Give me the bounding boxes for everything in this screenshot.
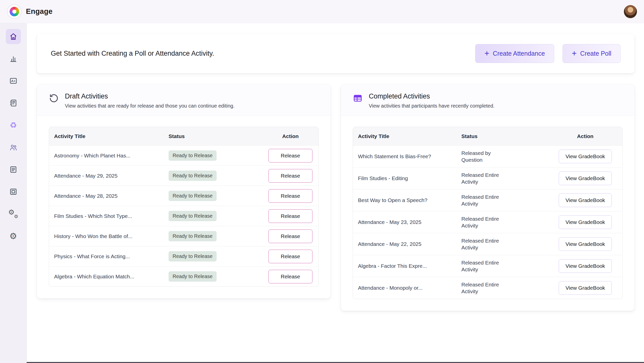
action-cell: Release xyxy=(262,187,318,205)
status-cell: Released Entire Activity xyxy=(461,172,548,185)
sidebar-item-integrations[interactable]: ⚙⚙ xyxy=(6,206,21,221)
app-name: Engage xyxy=(26,7,53,16)
table-row: Astronomy - Which Planet Has... Ready to… xyxy=(49,145,318,166)
settings-icon: ⚙ xyxy=(9,232,17,240)
create-poll-label: Create Poll xyxy=(580,50,611,57)
home-icon xyxy=(9,32,18,41)
get-started-title: Get Started with Creating a Poll or Atte… xyxy=(51,50,214,57)
participants-icon xyxy=(9,143,18,152)
activity-title: Film Studies - Editing xyxy=(353,175,461,181)
status-cell: Released by Question xyxy=(461,150,548,163)
status-text: Released Entire Activity xyxy=(461,237,513,251)
create-poll-button[interactable]: + Create Poll xyxy=(562,44,621,63)
sidebar-item-settings[interactable]: ⚙ xyxy=(6,228,21,244)
completed-panel-heading: Completed Activities View activities tha… xyxy=(369,92,495,109)
plus-icon: + xyxy=(572,49,577,57)
status-badge: Ready to Release xyxy=(169,150,217,161)
status-badge: Ready to Release xyxy=(169,271,217,282)
sidebar-item-grades[interactable]: A+ xyxy=(6,73,21,88)
sidebar-item-display[interactable] xyxy=(6,184,21,199)
action-cell: Release xyxy=(262,267,318,286)
brand[interactable]: Engage xyxy=(7,4,53,19)
user-avatar[interactable] xyxy=(624,5,637,18)
activity-title: Attendance - May 23, 2025 xyxy=(353,219,461,225)
status-cell: Ready to Release xyxy=(169,191,262,201)
activity-title: Algebra - Factor This Expre... xyxy=(353,263,461,269)
table-row: Attendance - Monopoly or... Released Ent… xyxy=(353,277,622,299)
activity-title: Astronomy - Which Planet Has... xyxy=(49,153,169,159)
view-gradebook-button[interactable]: View GradeBook xyxy=(559,259,612,273)
view-gradebook-button[interactable]: View GradeBook xyxy=(559,237,612,251)
view-gradebook-button[interactable]: View GradeBook xyxy=(559,172,612,185)
action-cell: View GradeBook xyxy=(548,235,622,253)
get-started-actions: + Create Attendance + Create Poll xyxy=(475,44,621,63)
status-cell: Released Entire Activity xyxy=(461,215,548,229)
release-button[interactable]: Release xyxy=(268,189,312,203)
release-button[interactable]: Release xyxy=(268,149,312,162)
table-header-row: Activity Title Status Action xyxy=(49,127,318,145)
status-text: Released Entire Activity xyxy=(461,172,513,185)
action-cell: Release xyxy=(262,207,318,225)
display-icon xyxy=(9,187,18,196)
view-gradebook-button[interactable]: View GradeBook xyxy=(559,150,612,163)
activity-title: Attendance - May 28, 2025 xyxy=(49,193,169,199)
table-row: Which Statement Is Bias-Free? Released b… xyxy=(353,145,622,167)
action-cell: View GradeBook xyxy=(548,279,622,297)
table-row: Algebra - Factor This Expre... Released … xyxy=(353,255,622,277)
status-cell: Ready to Release xyxy=(169,211,262,221)
table-row: History - Who Won the Battle of... Ready… xyxy=(49,226,318,246)
app-logo-icon xyxy=(7,4,22,19)
status-badge: Ready to Release xyxy=(169,251,217,261)
sidebar-item-home[interactable] xyxy=(6,29,21,44)
column-header-status: Status xyxy=(169,133,262,139)
sidebar-item-recycle[interactable]: ♻ xyxy=(6,118,21,133)
sidebar-item-notebook[interactable] xyxy=(6,95,21,111)
panel-subtitle: View activities that participants have r… xyxy=(369,103,495,109)
status-cell: Released Entire Activity xyxy=(461,259,548,273)
status-badge: Ready to Release xyxy=(169,211,217,221)
panel-subtitle: View activities that are ready for relea… xyxy=(65,103,234,109)
completed-activities-table: Activity Title Status Action Which State… xyxy=(353,127,623,299)
status-badge: Ready to Release xyxy=(169,231,217,241)
action-cell: View GradeBook xyxy=(548,169,622,188)
action-cell: Release xyxy=(262,167,318,185)
panel-title: Completed Activities xyxy=(369,92,495,101)
table-row: Attendance - May 29, 2025 Ready to Relea… xyxy=(49,166,318,186)
activity-title: Physics - What Force is Acting... xyxy=(49,253,169,259)
view-gradebook-button[interactable]: View GradeBook xyxy=(559,215,612,229)
column-header-action: Action xyxy=(548,133,622,139)
create-attendance-label: Create Attendance xyxy=(493,50,545,57)
view-gradebook-button[interactable]: View GradeBook xyxy=(559,281,612,295)
draft-panel-header: Draft Activities View activities that ar… xyxy=(37,84,331,116)
draft-panel-heading: Draft Activities View activities that ar… xyxy=(65,92,234,109)
svg-text:A+: A+ xyxy=(11,79,16,83)
status-cell: Ready to Release xyxy=(169,231,262,241)
action-cell: View GradeBook xyxy=(548,257,622,275)
create-attendance-button[interactable]: + Create Attendance xyxy=(475,44,554,63)
release-button[interactable]: Release xyxy=(268,250,312,263)
view-gradebook-button[interactable]: View GradeBook xyxy=(559,193,612,207)
sidebar-item-report[interactable] xyxy=(6,162,21,177)
release-button[interactable]: Release xyxy=(268,229,312,243)
action-cell: View GradeBook xyxy=(548,213,622,232)
topbar: Engage xyxy=(0,0,644,23)
status-text: Released Entire Activity xyxy=(461,193,513,207)
sidebar-item-analytics[interactable] xyxy=(6,51,21,66)
column-header-activity-title: Activity Title xyxy=(353,133,461,139)
sidebar-item-participants[interactable] xyxy=(6,140,21,155)
action-cell: Release xyxy=(262,146,318,165)
status-cell: Released Entire Activity xyxy=(461,237,548,251)
horizontal-scrollbar[interactable] xyxy=(27,362,644,363)
panel-title: Draft Activities xyxy=(65,92,234,101)
table-row: Film Studies - Editing Released Entire A… xyxy=(353,167,622,189)
report-icon xyxy=(9,165,18,174)
status-cell: Ready to Release xyxy=(169,251,262,261)
release-button[interactable]: Release xyxy=(268,209,312,223)
release-button[interactable]: Release xyxy=(268,169,312,183)
status-cell: Released Entire Activity xyxy=(461,281,548,295)
table-row: Algebra - Which Equation Match... Ready … xyxy=(49,266,318,286)
status-cell: Released Entire Activity xyxy=(461,193,548,207)
status-cell: Ready to Release xyxy=(169,150,262,161)
recycle-icon: ♻ xyxy=(10,121,17,129)
release-button[interactable]: Release xyxy=(268,270,312,283)
